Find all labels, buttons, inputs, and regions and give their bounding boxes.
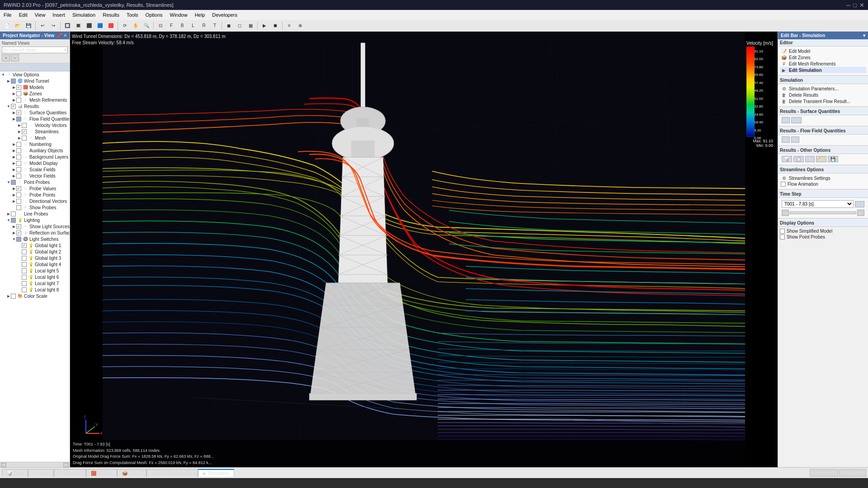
tree-expander-velocity-vectors[interactable]: ▶ (17, 123, 22, 127)
tree-check-light-switches[interactable] (16, 237, 21, 242)
tree-check-directional-vectors[interactable] (16, 199, 21, 204)
tree-check-point-probes[interactable] (11, 180, 16, 185)
tree-item-point-probes[interactable]: ▼•Point Probes (0, 179, 70, 185)
tree-item-local-light-7[interactable]: 💡Local light 7 (0, 280, 70, 286)
tree-item-show-probes[interactable]: 👁Show Probes (0, 204, 70, 211)
tree-item-line-probes[interactable]: ▶—Line Probes (0, 211, 70, 217)
tree-check-background-layers[interactable] (16, 155, 21, 160)
other-icon2[interactable]: 📋 (793, 156, 804, 162)
tree-check-lighting[interactable] (11, 218, 16, 223)
tree-expander-view-options[interactable]: ▼ (1, 72, 5, 77)
delete-results-row[interactable]: 🗑 Delete Results (780, 92, 866, 98)
tree-check-streamlines[interactable]: ✓ (22, 129, 27, 134)
toolbar-fit[interactable]: ⊡ (156, 21, 165, 31)
toolbar-undo[interactable]: ↩ (38, 21, 47, 31)
flow-animation-check[interactable] (781, 182, 786, 187)
tree-expander-streamlines[interactable]: ▶ (17, 129, 22, 134)
tree-check-vector-fields[interactable] (16, 174, 21, 178)
toolbar-render1[interactable]: ◼ (224, 21, 234, 31)
tree-check-probe-points[interactable] (16, 192, 21, 197)
tree-item-color-scale[interactable]: ▶🎨Color Scale (0, 293, 70, 299)
toolbar-pan[interactable]: ✋ (131, 21, 141, 31)
tree-expander-wind-tunnel[interactable]: ▶ (6, 79, 11, 83)
tree-expander-directional-vectors[interactable]: ▶ (12, 199, 16, 203)
streamlines-settings-row[interactable]: ⚙ Streamlines Settings (780, 175, 866, 181)
tree-expander-light-switches[interactable]: ▼ (12, 237, 16, 241)
toolbar-view1[interactable]: 🔲 (62, 21, 72, 31)
nav-header-controls[interactable]: 📌 ✕ (57, 33, 67, 38)
named-views-remove[interactable]: − (11, 54, 19, 61)
tree-check-probe-values[interactable]: ✓ (16, 186, 21, 191)
tree-check-color-scale[interactable] (11, 294, 16, 299)
tree-expander-background-layers[interactable]: ▶ (12, 155, 16, 159)
tree-expander-models[interactable]: ▶ (12, 85, 16, 89)
toolbar-sim-run[interactable]: ▶ (259, 21, 269, 31)
tree-check-results[interactable]: ✓ (11, 104, 16, 109)
tree-expander-auxiliary-objects[interactable]: ▶ (12, 148, 16, 153)
tree-item-mesh-refinements[interactable]: ▶#Mesh Refinements (0, 97, 70, 103)
tree-item-streamlines[interactable]: ▶✓~Streamlines (0, 128, 70, 135)
menu-item-edit[interactable]: Edit (15, 10, 31, 20)
tree-check-local-light-7[interactable] (22, 281, 27, 286)
tree-check-numbering[interactable] (16, 142, 21, 147)
menu-item-developers[interactable]: Developers (208, 10, 241, 20)
other-icon3[interactable]: 🗑 (805, 156, 815, 162)
toolbar-view5[interactable]: 🟥 (106, 21, 116, 31)
toolbar-right[interactable]: R (199, 21, 209, 31)
tree-item-local-light-6[interactable]: 💡Local light 6 (0, 274, 70, 280)
tree-expander-point-probes[interactable]: ▼ (6, 180, 11, 184)
tree-check-show-probes[interactable] (16, 205, 21, 210)
close-btn[interactable]: ✕ (859, 2, 864, 9)
toolbar-view4[interactable]: 🟦 (95, 21, 105, 31)
tab-zones[interactable]: 📦 Zones (117, 469, 146, 477)
toolbar-render3[interactable]: ▦ (245, 21, 255, 31)
named-views-add[interactable]: + (2, 54, 10, 61)
left-scroll[interactable]: ◀ ▶ (0, 462, 70, 467)
other-icon1[interactable]: 📊 (782, 156, 792, 162)
tree-check-zones[interactable] (16, 91, 21, 96)
tree-expander-zones[interactable]: ▶ (12, 91, 16, 96)
tree-item-global-light-3[interactable]: 💡Global light 3 (0, 255, 70, 261)
tab-data[interactable]: 📊 Data (2, 469, 28, 477)
show-point-probes-check[interactable] (780, 235, 785, 239)
minimize-btn[interactable]: ─ (846, 2, 850, 9)
other-icon4[interactable]: 📁 (816, 156, 826, 162)
tree-expander-color-scale[interactable]: ▶ (6, 294, 11, 298)
tree-check-global-light-4[interactable] (22, 262, 27, 267)
tree-container[interactable]: ▼👁View Options▶🌀Wind Tunnel▶✓🧱Models▶📦Zo… (0, 71, 70, 462)
surface-p-btn[interactable]: P (782, 117, 790, 123)
toolbar-view3[interactable]: ⬛ (84, 21, 94, 31)
toolbar-save[interactable]: 💾 (24, 21, 33, 31)
surface-cz-btn[interactable]: Cz (791, 117, 802, 123)
tab-simulation[interactable]: ▶ Simulation (198, 469, 234, 477)
tree-item-directional-vectors[interactable]: ▶→Directional Vectors (0, 198, 70, 204)
menu-item-view[interactable]: View (31, 10, 49, 20)
menu-item-options[interactable]: Options (142, 10, 166, 20)
tree-check-mesh-refinements[interactable] (16, 98, 21, 103)
time-step-select[interactable]: T001 - 7.83 [s] (782, 200, 854, 208)
tree-expander-probe-points[interactable]: ▶ (12, 192, 16, 197)
toolbar-misc1[interactable]: ≡ (284, 21, 294, 31)
tree-item-lighting[interactable]: ▼💡Lighting (0, 217, 70, 223)
toolbar-front[interactable]: F (166, 21, 176, 31)
toolbar-back[interactable]: B (177, 21, 187, 31)
tree-item-scalar-fields[interactable]: ▶SScalar Fields (0, 166, 70, 173)
tree-check-reflection-on-surface[interactable]: ✓ (16, 230, 21, 235)
edit-model-row[interactable]: 📝 Edit Model (780, 48, 866, 54)
toolbar-sim-stop[interactable]: ⏹ (270, 21, 280, 31)
tree-check-global-light-2[interactable] (22, 249, 27, 254)
tree-item-view-options[interactable]: ▼👁View Options (0, 71, 70, 78)
tree-check-line-probes[interactable] (11, 211, 16, 216)
time-step-edit[interactable]: … (855, 201, 864, 207)
menu-item-results[interactable]: Results (99, 10, 123, 20)
tree-item-surface-quantities[interactable]: ▶✓SSurface Quantities (0, 109, 70, 116)
tree-expander-surface-quantities[interactable]: ▶ (12, 110, 16, 115)
tree-item-global-light-2[interactable]: 💡Global light 2 (0, 249, 70, 255)
time-prev-btn[interactable]: ◀ (782, 210, 789, 216)
tree-item-model-display[interactable]: ▶MModel Display (0, 160, 70, 166)
nav-pin-btn[interactable]: 📌 (57, 33, 62, 38)
toolbar-open[interactable]: 📂 (13, 21, 23, 31)
tree-item-results[interactable]: ▼✓📊Results (0, 103, 70, 109)
menu-item-tools[interactable]: Tools (123, 10, 142, 20)
toolbar-top[interactable]: T (210, 21, 220, 31)
